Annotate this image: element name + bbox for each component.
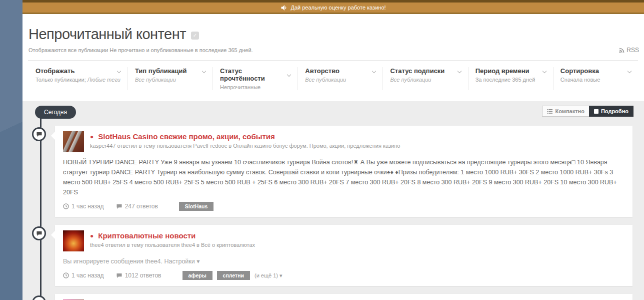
- tag[interactable]: SlotHaus: [179, 202, 214, 211]
- ignored-content-notice[interactable]: Вы игнорируете сообщения thee4. Настройк…: [63, 256, 624, 266]
- filter-follow-status[interactable]: Статус подписки Все публикации: [382, 67, 468, 90]
- chevron-down-icon: [457, 69, 461, 73]
- chevron-down-icon: [287, 73, 291, 77]
- rss-icon: [619, 48, 624, 53]
- filter-display[interactable]: Отображать Только публикации; Любые теги: [28, 67, 128, 90]
- comment-bubble-icon: [32, 295, 46, 300]
- feed-item: ★ Обсуждение бонус кодов и бонусов в каз…: [55, 294, 632, 300]
- compact-view-button[interactable]: Компактно: [542, 106, 588, 117]
- chevron-down-icon: [117, 69, 121, 73]
- filter-time-period[interactable]: Период времени За последние 365 дней: [468, 67, 553, 90]
- chevron-down-icon: [628, 69, 632, 73]
- filter-content-type[interactable]: Тип публикаций Все публикации: [128, 67, 212, 90]
- mark-all-read-icon[interactable]: ✓: [191, 32, 199, 40]
- rss-link[interactable]: RSS: [619, 47, 639, 54]
- timeline-line: [40, 114, 42, 300]
- filter-bar: Отображать Только публикации; Любые теги…: [28, 61, 638, 101]
- filter-label: Статус прочтённости: [220, 67, 284, 82]
- comment-bubble-icon: [32, 226, 46, 240]
- more-tags-link[interactable]: (и ещё 1) ▾: [254, 272, 282, 279]
- replies-icon: [116, 204, 122, 209]
- filter-label: Авторство: [305, 67, 340, 75]
- announcement-banner[interactable]: Дай реальную оценку работе казино!: [22, 0, 644, 14]
- topic-title-link[interactable]: Криптовалютные новости: [98, 231, 196, 240]
- tag[interactable]: аферы: [182, 271, 212, 280]
- tag[interactable]: сплетни: [217, 271, 250, 280]
- filter-label: Статус подписки: [390, 67, 444, 75]
- filter-authorship[interactable]: Авторство Все публикации: [298, 67, 382, 90]
- today-badge: Сегодня: [35, 106, 76, 119]
- chevron-down-icon: [372, 69, 376, 73]
- list-icon: [547, 109, 552, 114]
- time-link[interactable]: 1 час назад: [72, 272, 104, 279]
- entry-list: ● SlotHaus Casino свежие промо, акции, с…: [55, 126, 632, 300]
- avatar[interactable]: [63, 230, 84, 251]
- page-title: Непрочитанный контент: [28, 26, 186, 43]
- chevron-down-icon: [542, 69, 546, 73]
- filter-label: Тип публикаций: [135, 67, 187, 75]
- activity-feed: Сегодня Компактно Подробно: [22, 101, 644, 300]
- reply-count: 247 ответов: [125, 203, 158, 210]
- comment-bubble-icon: [32, 127, 46, 141]
- filter-sort[interactable]: Сортировка Сначала новые: [553, 67, 638, 90]
- unread-dot-icon: ●: [90, 134, 94, 140]
- banner-text: Дай реальную оценку работе казино!: [290, 5, 386, 11]
- clock-icon: [63, 272, 69, 278]
- content-area: Дай реальную оценку работе казино! Непро…: [22, 0, 644, 300]
- filter-read-status[interactable]: Статус прочтённости Непрочитанные: [212, 67, 298, 90]
- filter-label: Отображать: [36, 67, 74, 75]
- filter-label: Сортировка: [560, 67, 599, 75]
- megaphone-icon: [280, 5, 287, 11]
- rss-label: RSS: [626, 47, 639, 54]
- topic-title-link[interactable]: SlotHaus Casino свежие промо, акции, соб…: [98, 132, 275, 141]
- replies-icon: [116, 273, 122, 278]
- clock-icon: [63, 203, 69, 209]
- topic-meta: kasper447 ответил в тему пользователя Pa…: [90, 143, 400, 149]
- page-header: Непрочитанный контент ✓ Отображаются все…: [22, 14, 644, 101]
- square-icon: [594, 109, 598, 114]
- page-description: Отображаются все публикации Не прочитано…: [28, 47, 253, 53]
- time-link[interactable]: 1 час назад: [72, 203, 104, 210]
- topic-snippet: НОВЫЙ ТУРНИР DANCE PARTY Уже 9 января мы…: [63, 157, 624, 197]
- page: Дай реальную оценку работе казино! Непро…: [0, 0, 644, 300]
- feed-item: ● SlotHaus Casino свежие промо, акции, с…: [55, 126, 632, 217]
- unread-dot-icon: ●: [90, 233, 94, 239]
- feed-item: ● Криптовалютные новости thee4 ответил в…: [55, 225, 632, 286]
- chevron-down-icon: [202, 69, 206, 73]
- avatar[interactable]: [63, 131, 84, 152]
- topic-meta: thee4 ответил в тему пользователя thee4 …: [90, 242, 255, 248]
- view-toggle: Компактно Подробно: [542, 106, 634, 117]
- reply-count: 1012 ответов: [125, 272, 162, 279]
- detailed-view-button[interactable]: Подробно: [589, 106, 634, 117]
- filter-label: Период времени: [476, 67, 530, 75]
